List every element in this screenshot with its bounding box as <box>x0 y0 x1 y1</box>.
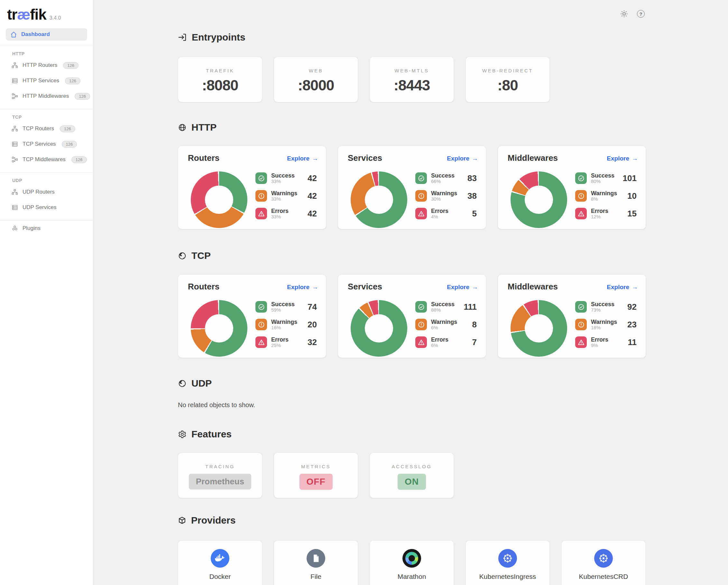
error-icon <box>575 208 587 219</box>
explore-link[interactable]: Explore→ <box>607 284 638 291</box>
donut-chart <box>350 300 407 357</box>
stat-value: 11 <box>628 337 637 347</box>
feature-value-badge: ON <box>398 474 426 490</box>
stat-errors: Errors9% 11 <box>575 337 636 348</box>
stat-value: 7 <box>472 337 477 347</box>
stat-errors: Errors12% 15 <box>575 208 636 219</box>
donut-chart <box>511 171 567 228</box>
stat-value: 38 <box>467 191 477 201</box>
theme-toggle-button[interactable] <box>620 10 628 18</box>
explore-link[interactable]: Explore→ <box>447 284 478 291</box>
count-badge: 126 <box>63 62 78 69</box>
explore-link[interactable]: Explore→ <box>287 284 318 291</box>
entrypoint-card-traefik: TRAEFIK :8080 <box>178 57 262 102</box>
entrypoint-card-web-redirect: WEB-REDIRECT :80 <box>466 57 550 102</box>
services-icon <box>11 204 18 211</box>
donut-chart <box>350 171 407 228</box>
count-badge: 126 <box>65 78 80 84</box>
stat-success: Success80% 101 <box>575 172 636 184</box>
sidebar-item-tcp-routers[interactable]: TCP Routers 126 <box>0 121 93 136</box>
entrypoint-name: TRAEFIK <box>206 68 234 73</box>
explore-link[interactable]: Explore→ <box>287 155 318 162</box>
entrypoint-card-web-mtls: WEB-MTLS :8443 <box>370 57 454 102</box>
warning-icon <box>255 190 267 202</box>
sidebar-item-tcp-services[interactable]: TCP Services 126 <box>0 136 93 152</box>
stat-value: 101 <box>623 174 636 183</box>
stat-value: 83 <box>467 174 477 183</box>
sidebar-section-http: HTTP <box>12 51 93 56</box>
logo-text: træfik <box>7 7 46 22</box>
sidebar-item-plugins[interactable]: Plugins <box>0 221 93 236</box>
entrypoint-port: :80 <box>497 77 518 94</box>
warning-icon <box>415 319 427 330</box>
app-version: 3.4.0 <box>50 15 61 21</box>
features-cards: TRACING Prometheus METRICS OFF ACCESSLOG… <box>178 452 454 498</box>
middlewares-icon <box>11 156 18 163</box>
http-services-card: Services Explore→ Success66% 83 Warnings… <box>338 146 486 229</box>
entrypoints-icon <box>178 33 187 42</box>
help-button[interactable]: ? <box>636 10 645 18</box>
error-icon <box>255 208 267 219</box>
provider-name: Docker <box>209 573 231 581</box>
middlewares-icon <box>11 93 18 99</box>
tcp-header: TCP <box>178 249 211 262</box>
sidebar-item-http-middlewares[interactable]: HTTP Middlewares 126 <box>0 88 93 104</box>
sidebar: træfik 3.4.0 Dashboard HTTP HTTP Routers… <box>0 0 93 585</box>
services-icon <box>11 78 18 84</box>
stat-value: 92 <box>627 302 636 312</box>
stat-success: Success33% 42 <box>255 172 317 184</box>
providers-header: Providers <box>178 514 235 527</box>
card-title: Services <box>348 282 382 292</box>
globe-earth-icon <box>178 379 187 388</box>
http-header: HTTP <box>178 121 216 134</box>
traefik-dashboard: træfik 3.4.0 Dashboard HTTP HTTP Routers… <box>0 0 728 585</box>
stats-list: Success88% 111 Warnings6% 8 Errors6% 7 <box>415 301 477 354</box>
card-title: Middlewares <box>508 282 558 292</box>
sidebar-item-udp-services[interactable]: UDP Services <box>0 200 93 215</box>
arrow-right-icon: → <box>312 155 318 162</box>
stat-value: 42 <box>308 174 317 183</box>
marathon-pupil <box>409 555 415 561</box>
count-badge: 126 <box>60 126 75 132</box>
sidebar-divider <box>0 109 93 109</box>
card-title: Services <box>348 153 382 163</box>
stat-errors: Errors6% 7 <box>415 337 477 348</box>
entrypoint-port: :8080 <box>202 77 238 94</box>
provider-name: KubernetesCRD <box>579 573 628 581</box>
count-badge: 126 <box>72 156 87 163</box>
entrypoint-port: :8443 <box>394 77 430 94</box>
gear-icon <box>178 430 187 439</box>
donut-chart <box>511 300 567 357</box>
feature-card-accesslog: ACCESSLOG ON <box>370 452 454 498</box>
entrypoints-header: Entrypoints <box>178 31 245 44</box>
entrypoint-name: WEB-REDIRECT <box>482 68 533 73</box>
arrow-right-icon: → <box>632 155 638 162</box>
home-icon <box>10 31 17 38</box>
sidebar-item-udp-routers[interactable]: UDP Routers <box>0 184 93 200</box>
tcp-services-card: Services Explore→ Success88% 111 Warning… <box>338 274 486 358</box>
stat-success: Success59% 74 <box>255 301 317 313</box>
plugins-icon <box>11 225 18 232</box>
tcp-middlewares-card: Middlewares Explore→ Success73% 92 Warni… <box>498 274 646 358</box>
stat-value: 42 <box>308 191 317 201</box>
warning-icon <box>575 319 587 330</box>
feature-name: TRACING <box>205 464 235 469</box>
sidebar-item-tcp-middlewares[interactable]: TCP Middlewares 126 <box>0 152 93 167</box>
provider-card-docker: Docker <box>178 540 262 585</box>
stat-errors: Errors25% 32 <box>255 337 317 348</box>
sidebar-item-http-services[interactable]: HTTP Services 126 <box>0 73 93 88</box>
success-icon <box>415 172 427 184</box>
http-cards: Routers Explore→ Success33% 42 Warnings3… <box>178 146 646 229</box>
explore-link[interactable]: Explore→ <box>607 155 638 162</box>
card-title: Routers <box>188 282 219 292</box>
card-title: Routers <box>188 153 219 163</box>
stat-warnings: Warnings16% 20 <box>255 319 317 330</box>
globe-earth-icon <box>178 251 187 260</box>
stat-value: 42 <box>308 209 317 219</box>
provider-card-kubernetes-crd: KubernetesCRD <box>561 540 646 585</box>
explore-link[interactable]: Explore→ <box>447 155 478 162</box>
sidebar-item-http-routers[interactable]: HTTP Routers 126 <box>0 58 93 73</box>
providers-cards: Docker File Marathon KubernetesIngre <box>178 540 646 585</box>
sidebar-item-dashboard[interactable]: Dashboard <box>6 28 87 41</box>
stat-value: 111 <box>464 302 477 312</box>
